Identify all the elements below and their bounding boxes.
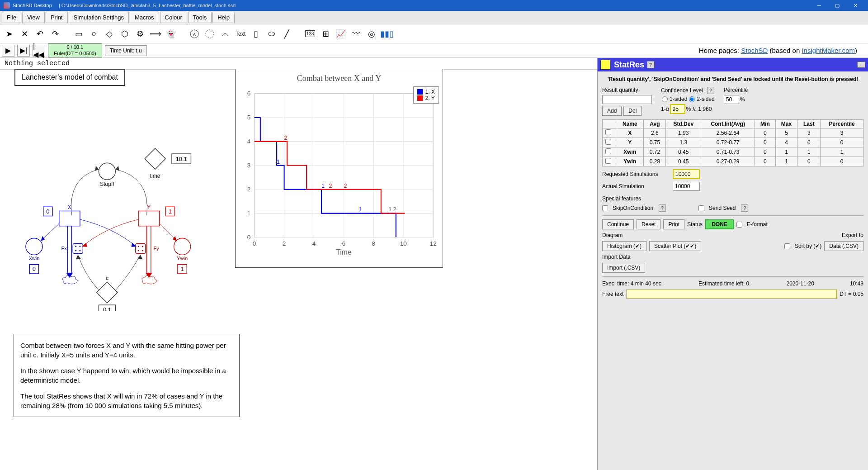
file-path: | C:\Users\Downloads\StochSD_labs\lab3_5… bbox=[57, 3, 236, 8]
table-tool[interactable]: ⊞ bbox=[318, 27, 333, 41]
multi-chart-tool[interactable]: 〰 bbox=[349, 27, 363, 41]
menu-colour[interactable]: Colour bbox=[160, 12, 187, 23]
play-button[interactable]: ▶ bbox=[2, 45, 14, 57]
minimize-button[interactable]: ─ bbox=[810, 0, 828, 11]
rect-frame-tool[interactable]: ▯ bbox=[249, 27, 263, 41]
line-tool[interactable]: ╱ bbox=[279, 27, 294, 41]
link-a-tool[interactable]: A bbox=[187, 27, 202, 41]
menu-file[interactable]: File bbox=[2, 12, 21, 23]
hexagon-tool[interactable]: ⬡ bbox=[118, 27, 132, 41]
stochsd-link[interactable]: StochSD bbox=[741, 47, 768, 54]
gear-tool[interactable]: ⚙ bbox=[133, 27, 147, 41]
menu-macros[interactable]: Macros bbox=[130, 12, 159, 23]
canvas[interactable]: Nothing selected Lanchester's model of c… bbox=[0, 58, 597, 470]
row-checkbox[interactable] bbox=[605, 129, 611, 135]
table-row[interactable]: X2.61.932.56-2.640533 bbox=[603, 128, 863, 138]
two-sided-radio[interactable] bbox=[689, 96, 695, 102]
histogram-button[interactable]: Histogram (✔) bbox=[602, 241, 646, 251]
svg-text:2: 2 bbox=[329, 183, 332, 189]
redo-tool[interactable]: ↷ bbox=[48, 27, 62, 41]
svg-marker-23 bbox=[41, 236, 45, 241]
skip-help-button[interactable]: ? bbox=[659, 204, 666, 212]
statres-warning: 'Result quantity', 'SkipOnCondition' and… bbox=[602, 74, 863, 84]
eformat-checkbox[interactable] bbox=[736, 222, 742, 228]
diamond-tool[interactable]: ◇ bbox=[102, 27, 117, 41]
stock-tool[interactable]: ▭ bbox=[71, 27, 86, 41]
ellipse-frame-tool[interactable]: ⬭ bbox=[264, 27, 278, 41]
seed-help-button[interactable]: ? bbox=[741, 204, 748, 212]
result-quantity-input[interactable] bbox=[602, 95, 652, 104]
model-title[interactable]: Lanchester's model of combat bbox=[14, 69, 125, 86]
svg-text:10: 10 bbox=[400, 240, 407, 247]
menu-view[interactable]: View bbox=[22, 12, 45, 23]
scatter-tool[interactable]: ◎ bbox=[364, 27, 379, 41]
ghost-tool[interactable]: 👻 bbox=[164, 27, 178, 41]
svg-text:0.1: 0.1 bbox=[103, 306, 111, 311]
circle-tool[interactable]: ○ bbox=[87, 27, 101, 41]
reset-button[interactable]: Reset bbox=[637, 219, 660, 229]
rewind-button[interactable]: |◀◀ bbox=[33, 45, 45, 57]
del-button[interactable]: Del bbox=[623, 106, 642, 116]
alpha-input[interactable] bbox=[670, 104, 685, 114]
pointer-tool[interactable]: ➤ bbox=[2, 27, 16, 41]
one-sided-radio[interactable] bbox=[662, 96, 668, 102]
svg-text:4: 4 bbox=[247, 138, 251, 145]
seed-checkbox[interactable] bbox=[698, 205, 704, 211]
line-chart-tool[interactable]: 📈 bbox=[334, 27, 348, 41]
insightmaker-link[interactable]: InsightMaker.com bbox=[802, 47, 855, 54]
menu-help[interactable]: Help bbox=[212, 12, 235, 23]
continue-button[interactable]: Continue bbox=[602, 219, 634, 229]
dt-label: DT = 0.05 bbox=[840, 291, 863, 297]
link-c-tool[interactable] bbox=[218, 27, 232, 41]
time-unit[interactable]: Time Unit: t.u bbox=[105, 45, 147, 56]
data-csv-button[interactable]: Data (.CSV) bbox=[824, 241, 863, 251]
maximize-button[interactable]: ▢ bbox=[828, 0, 846, 11]
svg-marker-9 bbox=[95, 166, 99, 171]
link-b-tool[interactable] bbox=[203, 27, 217, 41]
svg-marker-31 bbox=[66, 273, 73, 278]
model-diagram[interactable]: time 10.1 StopIf X 0 Y bbox=[9, 94, 226, 311]
chart-panel[interactable]: Combat between X and Y 02468101201234561… bbox=[235, 69, 443, 268]
menu-tools[interactable]: Tools bbox=[188, 12, 212, 23]
toolbar: ➤ ✕ ↶ ↷ ▭ ○ ◇ ⬡ ⚙ ⟶ 👻 A Text ▯ ⬭ ╱ 123 ⊞… bbox=[0, 24, 868, 43]
chart-plot: 02468101201234561212211 2Time bbox=[236, 88, 443, 260]
row-checkbox[interactable] bbox=[605, 148, 611, 154]
skip-checkbox[interactable] bbox=[602, 205, 608, 211]
scatter-button[interactable]: Scatter Plot (✔✔) bbox=[649, 241, 701, 251]
import-csv-button[interactable]: Import (.CSV) bbox=[602, 263, 645, 273]
statres-minimize-button[interactable] bbox=[857, 62, 865, 68]
desc-p3: The tool StatRes shows that X will win i… bbox=[20, 391, 233, 410]
conf-help-button[interactable]: ? bbox=[707, 87, 714, 94]
table-row[interactable]: Ywin0.280.450.27-0.290100 bbox=[603, 157, 863, 166]
svg-marker-28 bbox=[173, 236, 177, 241]
number-box-tool[interactable]: 123 bbox=[303, 27, 317, 41]
add-button[interactable]: Add bbox=[602, 106, 622, 116]
undo-tool[interactable]: ↶ bbox=[33, 27, 47, 41]
svg-marker-40 bbox=[146, 273, 152, 278]
svg-text:1: 1 bbox=[169, 208, 172, 215]
menu-simulation-settings[interactable]: Simulation Settings bbox=[69, 12, 129, 23]
svg-marker-10 bbox=[115, 166, 119, 171]
text-tool[interactable]: Text bbox=[233, 27, 248, 41]
description-box[interactable]: Combat between two forces X and Y with t… bbox=[14, 334, 240, 417]
menu-print[interactable]: Print bbox=[46, 12, 68, 23]
row-checkbox[interactable] bbox=[605, 158, 611, 164]
flow-tool[interactable]: ⟶ bbox=[148, 27, 163, 41]
histogram-tool[interactable]: ▮▮▯ bbox=[380, 27, 394, 41]
actual-sims-input bbox=[673, 182, 700, 191]
table-row[interactable]: Y0.751.30.72-0.770400 bbox=[603, 138, 863, 147]
percentile-input[interactable] bbox=[724, 95, 739, 104]
step-button[interactable]: ▶| bbox=[17, 45, 30, 57]
free-text-input[interactable] bbox=[626, 290, 837, 299]
delete-tool[interactable]: ✕ bbox=[17, 27, 32, 41]
row-checkbox[interactable] bbox=[605, 139, 611, 145]
app-icon bbox=[4, 2, 10, 9]
close-button[interactable]: ✕ bbox=[846, 0, 864, 11]
table-row[interactable]: Xwin0.720.450.71-0.730111 bbox=[603, 147, 863, 157]
statres-help-button[interactable]: ? bbox=[647, 61, 654, 68]
svg-text:2: 2 bbox=[344, 183, 347, 189]
svg-text:1 2: 1 2 bbox=[388, 206, 396, 213]
requested-sims-input[interactable] bbox=[673, 169, 700, 179]
sort-checkbox[interactable] bbox=[784, 243, 790, 249]
print-button[interactable]: Print bbox=[663, 219, 684, 229]
